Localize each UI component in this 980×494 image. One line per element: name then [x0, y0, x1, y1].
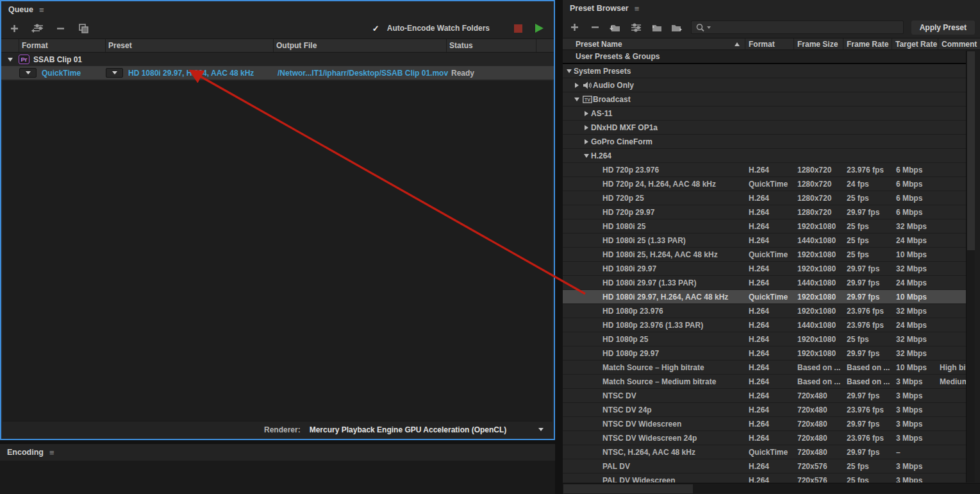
- format-cell: H.264: [745, 346, 794, 360]
- preset-row[interactable]: Match Source – Medium bitrateH.264Based …: [563, 375, 966, 389]
- output-preset-value[interactable]: HD 1080i 29.97, H.264, AAC 48 kHz: [128, 69, 254, 78]
- preset-row[interactable]: NTSC DV Widescreen 24pH.264720x48023.976…: [563, 431, 966, 445]
- import-preset-icon[interactable]: [650, 22, 663, 33]
- vertical-scrollbar[interactable]: [966, 51, 975, 482]
- preset-name-cell: NTSC DV 24p: [563, 403, 745, 416]
- frame-size-cell: 1920x1080: [794, 304, 843, 318]
- auto-encode-checkbox[interactable]: ✓: [372, 24, 379, 33]
- format-dropdown-button[interactable]: [19, 68, 37, 78]
- apply-preset-button[interactable]: Apply Preset: [911, 21, 975, 35]
- preset-row[interactable]: NTSC DV WidescreenH.264720x48029.97 fps3…: [563, 417, 966, 431]
- preset-row[interactable]: HD 1080i 29.97, H.264, AAC 48 kHzQuickTi…: [563, 290, 966, 304]
- frame-rate-cell: Based on ...: [843, 375, 892, 388]
- remove-icon[interactable]: [54, 22, 67, 34]
- group-row[interactable]: DNxHD MXF OP1a: [563, 121, 966, 135]
- preset-name-label: HD 1080i 29.97, H.264, AAC 48 kHz: [602, 293, 728, 302]
- group-row[interactable]: AS-11: [563, 106, 966, 121]
- col-preset-name[interactable]: Preset Name: [563, 38, 745, 49]
- preset-row[interactable]: HD 1080i 29.97 (1.33 PAR)H.2641440x10802…: [563, 276, 966, 290]
- preset-row[interactable]: NTSC, H.264, AAC 48 kHzQuickTime720x4802…: [563, 445, 966, 459]
- preset-row[interactable]: PAL DVH.264720x57625 fps3 Mbps: [563, 459, 966, 473]
- search-input[interactable]: [691, 21, 904, 34]
- comment-cell: [938, 262, 966, 275]
- format-cell: H.264: [745, 304, 794, 318]
- target-rate-cell: 24 Mbps: [892, 318, 938, 332]
- preset-row[interactable]: HD 1080p 25H.2641920x108025 fps32 Mbps: [563, 332, 966, 346]
- queue-expander-column: [1, 39, 19, 52]
- svg-text:TV: TV: [585, 98, 590, 102]
- expand-group-icon[interactable]: [582, 111, 591, 116]
- start-queue-button[interactable]: [535, 24, 544, 33]
- group-row[interactable]: GoPro CineForm: [563, 135, 966, 149]
- preset-row[interactable]: HD 1080p 23.976H.2641920x108023.976 fps3…: [563, 304, 966, 318]
- preset-name-cell: HD 1080p 23.976 (1.33 PAR): [563, 318, 745, 332]
- preset-dropdown-button[interactable]: [106, 68, 123, 78]
- frame-rate-cell: 29.97 fps: [843, 205, 892, 219]
- duplicate-icon[interactable]: [77, 22, 90, 34]
- preset-row[interactable]: NTSC DV 24pH.264720x48023.976 fps3 Mbps: [563, 403, 966, 417]
- frame-rate-cell: 25 fps: [843, 332, 892, 346]
- preset-row[interactable]: HD 1080i 25 (1.33 PAR)H.2641440x108025 f…: [563, 234, 966, 248]
- preset-row[interactable]: NTSC DVH.264720x48029.97 fps3 Mbps: [563, 389, 966, 403]
- preset-row[interactable]: HD 1080i 25H.2641920x108025 fps32 Mbps: [563, 219, 966, 234]
- preset-name-cell: H.264: [563, 149, 745, 162]
- group-row[interactable]: System Presets: [563, 64, 966, 78]
- collapse-group-icon[interactable]: [565, 69, 574, 73]
- preset-name-cell: HD 1080i 29.97, H.264, AAC 48 kHz: [563, 290, 745, 303]
- preset-name-cell: HD 720p 29.97: [563, 205, 745, 219]
- preset-settings-icon[interactable]: [629, 22, 642, 33]
- group-row[interactable]: Audio Only: [563, 78, 966, 92]
- collapse-job-icon[interactable]: [8, 58, 13, 62]
- renderer-dropdown[interactable]: Mercury Playback Engine GPU Acceleration…: [310, 425, 552, 434]
- section-row[interactable]: User Presets & Groups: [563, 50, 966, 64]
- preset-name-label: HD 1080i 29.97 (1.33 PAR): [602, 278, 697, 287]
- group-row[interactable]: TVBroadcast: [563, 92, 966, 106]
- vertical-scrollbar-thumb[interactable]: [967, 51, 975, 250]
- preset-row[interactable]: HD 1080i 25, H.264, AAC 48 kHzQuickTime1…: [563, 248, 966, 262]
- preset-row[interactable]: HD 1080i 29.97H.2641920x108029.97 fps32 …: [563, 262, 966, 276]
- group-row[interactable]: H.264: [563, 149, 966, 163]
- preset-row[interactable]: HD 1080p 23.976 (1.33 PAR)H.2641440x1080…: [563, 318, 966, 332]
- col-frame-rate[interactable]: Frame Rate: [843, 38, 892, 49]
- expand-group-icon[interactable]: [582, 125, 591, 130]
- queue-output-row[interactable]: QuickTime HD 1080i 29.97, H.264, AAC 48 …: [1, 66, 554, 80]
- hamburger-menu-icon[interactable]: ≡: [49, 448, 54, 457]
- horizontal-scrollbar[interactable]: [563, 483, 980, 493]
- hamburger-menu-icon[interactable]: ≡: [635, 4, 640, 13]
- preset-row[interactable]: HD 720p 29.97H.2641280x72029.97 fps6 Mbp…: [563, 205, 966, 219]
- preset-name-label: Match Source – High bitrate: [602, 363, 704, 372]
- col-target-rate[interactable]: Target Rate: [892, 38, 938, 49]
- horizontal-scrollbar-thumb[interactable]: [563, 484, 693, 493]
- output-file-link[interactable]: /Networ...IT1/ipharr/Desktop/SSAB Clip 0…: [275, 69, 448, 78]
- export-preset-icon[interactable]: [670, 22, 683, 33]
- hamburger-menu-icon[interactable]: ≡: [39, 5, 44, 15]
- col-comment[interactable]: Comment: [938, 38, 980, 49]
- expand-group-icon[interactable]: [582, 139, 591, 144]
- preset-row[interactable]: HD 720p 24, H.264, AAC 48 kHzQuickTime12…: [563, 177, 966, 191]
- preset-row[interactable]: PAL DV WidescreenH.264720x57625 fps3 Mbp…: [563, 473, 966, 482]
- add-preset-icon[interactable]: [568, 22, 581, 33]
- output-format-value[interactable]: QuickTime: [42, 69, 81, 78]
- collapse-group-icon[interactable]: [582, 154, 591, 158]
- target-rate-cell: 3 Mbps: [892, 459, 938, 473]
- preset-row[interactable]: HD 1080p 29.97H.2641920x108029.97 fps32 …: [563, 346, 966, 361]
- remove-preset-icon[interactable]: [588, 22, 601, 33]
- preset-row[interactable]: Match Source – High bitrateH.264Based on…: [563, 361, 966, 375]
- target-rate-cell: 6 Mbps: [892, 177, 938, 191]
- col-frame-size[interactable]: Frame Size: [794, 38, 843, 49]
- queue-source-row[interactable]: Pr SSAB Clip 01: [1, 53, 554, 66]
- add-output-icon[interactable]: [31, 22, 44, 34]
- add-icon[interactable]: [8, 22, 21, 34]
- format-cell: H.264: [745, 234, 794, 247]
- col-format[interactable]: Format: [745, 38, 794, 49]
- preset-row[interactable]: HD 720p 25H.2641280x72025 fps6 Mbps: [563, 191, 966, 205]
- comment-cell: [938, 417, 966, 430]
- preset-row[interactable]: HD 720p 23.976H.2641280x72023.976 fps6 M…: [563, 163, 966, 177]
- preset-name-label: HD 1080p 23.976 (1.33 PAR): [602, 321, 703, 330]
- preset-name-label: HD 720p 23.976: [602, 166, 659, 175]
- stop-queue-button[interactable]: [514, 24, 522, 33]
- expand-group-icon[interactable]: [572, 83, 581, 88]
- new-group-icon[interactable]: [609, 22, 622, 33]
- collapse-group-icon[interactable]: [572, 98, 581, 101]
- preset-name-cell: Match Source – High bitrate: [563, 361, 745, 374]
